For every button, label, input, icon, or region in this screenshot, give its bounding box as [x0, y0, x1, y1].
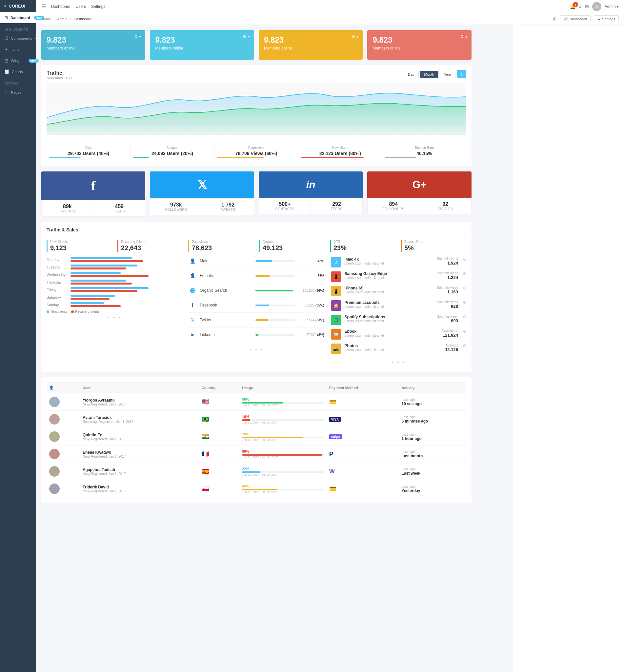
product-info: Spotify Subscriptions Lorem ipsum dolor … — [345, 315, 434, 323]
user-type: Recurring| Registered: Jan 1, 2017 — [83, 420, 197, 424]
ts-metric-new-clients: New Clients 9,123 — [47, 240, 112, 252]
stat-label: Unique — [133, 146, 211, 150]
breadcrumb-admin[interactable]: Admin — [57, 17, 67, 21]
user-type: New| Registered: Jan 1, 2017 — [83, 403, 197, 406]
ts-metric-pageviews: Pageviews 78,623 — [188, 240, 254, 252]
sidebar-item-components[interactable]: ❐ Components › — [0, 33, 36, 44]
traffic-stat-newusers: New Users 22.123 Users (80%) — [298, 143, 382, 161]
sidebar-item-icons[interactable]: ✦ Icons › — [0, 44, 36, 55]
col-country: Country — [199, 382, 239, 393]
googleplus-circles: 92 Circles — [419, 198, 471, 214]
day-bar-wrap — [71, 257, 182, 262]
product-name: iPhone 6S — [345, 286, 434, 291]
user-avatar — [49, 484, 60, 494]
sidebar-item-dashboard[interactable]: ⊞ Dashboard NEW — [0, 12, 36, 23]
stat-label: Members online — [372, 46, 466, 51]
user-name: Quintin Ed — [83, 433, 197, 437]
traffic-day-btn[interactable]: Day — [404, 71, 419, 78]
legend-row: New clients Recurring clients — [47, 310, 182, 313]
day-row-monday: Monday — [47, 257, 182, 262]
email-icon[interactable]: ✉ — [585, 4, 589, 9]
product-info: Photos Lorem ipsum dolor sit amet — [345, 344, 442, 352]
product-sales: Sold this week 1.224 — [437, 271, 458, 280]
pages-icon: ☆ — [5, 90, 8, 95]
stat-value: 500+ — [262, 201, 308, 207]
gear-icon[interactable]: ⚙ — [463, 257, 466, 262]
list-icon[interactable]: ≡ — [579, 4, 581, 9]
day-label: Saturday — [47, 295, 68, 299]
notifications[interactable]: 🔔 5 — [570, 4, 575, 9]
source-bar-wrap — [255, 275, 295, 277]
grid-icon[interactable]: ⊞ — [553, 17, 556, 21]
gear-icon[interactable]: ⚙ ▾ — [134, 34, 142, 39]
user-avatar — [49, 431, 60, 442]
product-name: Premium accounts — [345, 300, 434, 305]
traffic-upload-btn[interactable]: ↑ — [457, 70, 466, 78]
more-dots: • • • — [47, 313, 182, 322]
user-avatar — [49, 449, 60, 459]
admin-label[interactable]: Admin ▾ — [605, 4, 619, 9]
gear-icon[interactable]: ⚙ — [463, 286, 466, 291]
gear-icon[interactable]: ⚙ ▾ — [352, 34, 359, 39]
product-icon: 🎵 — [331, 315, 341, 325]
user-type: New| Registered: Jan 1, 2017 — [83, 455, 197, 458]
table-row: Yiorgos Avraamu New| Registered: Jan 1, … — [47, 393, 466, 411]
source-bar-fill — [255, 334, 259, 336]
source-bar-bg — [255, 275, 295, 277]
product-desc: Lorem ipsum dolor sit amet — [345, 334, 439, 337]
gear-icon: ⚙ — [597, 17, 601, 21]
dashboard-icon: ⊞ — [5, 16, 8, 20]
ts-metric-recurring: Recurring Clients 22,643 — [118, 240, 183, 252]
sidebar-item-widgets[interactable]: ▤ Widgets NEW — [0, 55, 36, 66]
product-item-spotify: 🎵 Spotify Subscriptions Lorem ipsum dolo… — [331, 315, 466, 325]
female-icon: 👤 — [188, 272, 197, 279]
breadcrumb-dashboard-btn[interactable]: 📈 Dashboard — [560, 16, 591, 22]
traffic-year-btn[interactable]: Year — [440, 71, 456, 78]
product-list: 🖥 iMac 4k Lorem ipsum dolor sit amet Sol… — [331, 257, 466, 367]
source-stats: 37% — [298, 274, 324, 278]
activity-label: Last login — [402, 467, 464, 471]
linkedin-contacts: 500+ Contacts — [259, 198, 311, 214]
source-bar-fill — [255, 290, 293, 291]
twitter-icon: 𝕏 — [198, 178, 207, 192]
day-bar-wrap — [71, 295, 182, 300]
user-avatar[interactable]: A — [592, 2, 601, 11]
traffic-month-btn[interactable]: Month — [420, 71, 439, 78]
legend-recurring-clients: Recurring clients — [71, 310, 99, 313]
stat-value: 459 — [96, 204, 142, 210]
legend-label: New clients — [51, 310, 67, 313]
gear-icon[interactable]: ⚙ ▾ — [460, 34, 468, 39]
source-list: 👤 Male 43% 👤 Female — [188, 257, 324, 367]
topbar-nav-dashboard[interactable]: Dashboard — [51, 4, 71, 9]
facebook-icon: f — [91, 178, 96, 193]
bar-blue — [71, 279, 126, 281]
source-name: LinkedIn — [200, 332, 252, 337]
product-icon: ⭐ — [331, 300, 341, 311]
menu-toggle-icon[interactable]: ☰ — [41, 3, 46, 9]
product-item-samsung: 📱 Samsung Galaxy Edge Lorem ipsum dolor … — [331, 271, 466, 282]
chart-icon: 📈 — [563, 17, 568, 21]
breadcrumb-settings-btn[interactable]: ⚙ Settings — [594, 16, 619, 22]
gear-icon[interactable]: ⚙ ▾ — [243, 34, 250, 39]
day-row-tuesday: Tuesday — [47, 265, 182, 269]
googleplus-icon-area: G+ — [367, 171, 471, 198]
gear-icon[interactable]: ⚙ — [463, 344, 466, 348]
table-row: Quintin Ed New| Registered: Jan 1, 2017 … — [47, 428, 466, 446]
gear-icon[interactable]: ⚙ — [463, 271, 466, 276]
gear-icon[interactable]: ⚙ — [463, 300, 466, 305]
activity-value: Yesterday — [402, 488, 464, 493]
stat-label: Members online — [155, 46, 249, 51]
flag-icon: 🇵🇱 — [202, 485, 209, 492]
stat-value: 1.792 — [205, 202, 251, 208]
sidebar-item-charts[interactable]: 📊 Charts — [0, 66, 36, 77]
topbar-nav-settings[interactable]: Settings — [91, 4, 105, 9]
gear-icon[interactable]: ⚙ — [463, 315, 466, 319]
topbar-nav-users[interactable]: Users — [76, 4, 86, 9]
sidebar-section-ui: UI ELEMENTS — [0, 25, 36, 33]
logo: ● COREUI — [0, 0, 36, 12]
stat-label: Tweets — [205, 208, 251, 211]
source-item-linkedin: in LinkedIn 27,319 (8%) — [188, 331, 324, 342]
gear-icon[interactable]: ⚙ — [463, 329, 466, 334]
sidebar-item-pages[interactable]: ☆ Pages › — [0, 87, 36, 98]
sold-label: Sold this week — [437, 286, 458, 290]
